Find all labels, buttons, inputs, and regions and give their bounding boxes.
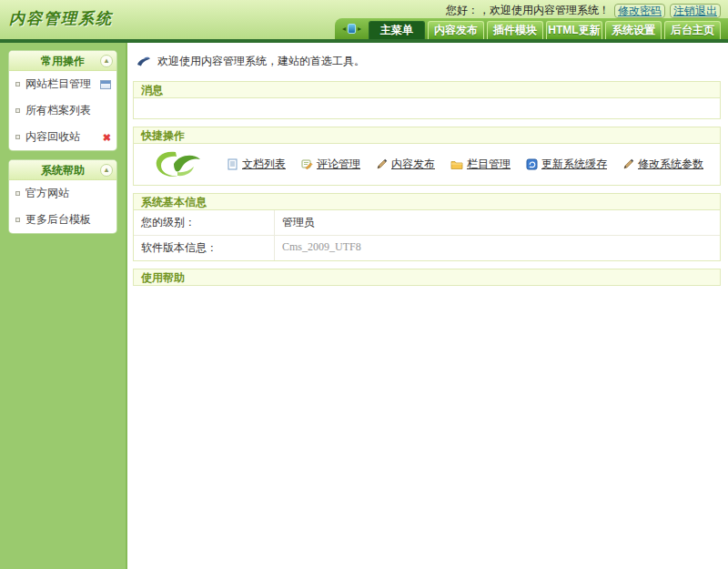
- main-content: 欢迎使用内容管理系统，建站的首选工具。 消息 快捷操作: [127, 43, 728, 569]
- table-row: 您的级别： 管理员: [134, 210, 720, 236]
- tab-plugin-module[interactable]: 插件模块: [487, 21, 543, 39]
- quick-links: 文档列表 评论管理 内容发布 栏目管理: [227, 157, 703, 172]
- panel-title: 常用操作: [41, 55, 85, 67]
- greeting-bar: 您好：，欢迎使用内容管理系统！ 修改密码 注销退出: [446, 3, 721, 18]
- quick-actions-section: 快捷操作 文档列表 评论管理: [133, 127, 721, 186]
- quick-actions-body: 文档列表 评论管理 内容发布 栏目管理: [133, 144, 721, 186]
- message-section: 消息: [133, 81, 721, 119]
- update-cache-icon: [526, 158, 538, 170]
- bullet-icon: [15, 82, 20, 86]
- info-label-version: 软件版本信息：: [134, 236, 275, 260]
- usage-help-header: 使用帮助: [133, 269, 721, 286]
- quick-link-comment-manage[interactable]: 评论管理: [301, 157, 360, 172]
- tab-scroller: ◂ ▸: [342, 24, 361, 34]
- tab-bar: ◂ ▸ 主菜单 内容发布 插件模块 HTML更新 系统设置 后台主页: [335, 18, 728, 39]
- main-tabs: 主菜单 内容发布 插件模块 HTML更新 系统设置 后台主页: [369, 21, 728, 39]
- bullet-icon: [15, 218, 20, 222]
- welcome-text: 欢迎使用内容管理系统，建站的首选工具。: [157, 54, 365, 69]
- bullet-icon: [15, 135, 20, 139]
- quick-link-content-publish[interactable]: 内容发布: [376, 157, 435, 172]
- tab-main-menu[interactable]: 主菜单: [369, 21, 425, 39]
- info-value-level: 管理员: [275, 210, 720, 235]
- database-icon: [348, 24, 356, 34]
- cms-admin-page: 内容管理系统 您好：，欢迎使用内容管理系统！ 修改密码 注销退出 ◂ ▸ 主菜单…: [0, 0, 728, 569]
- tab-scroll-left-icon[interactable]: ◂: [342, 25, 346, 33]
- tab-scroll-right-icon[interactable]: ▸: [358, 25, 361, 33]
- tab-backend-home[interactable]: 后台主页: [664, 21, 721, 39]
- sidebar-item-site-column-manage[interactable]: 网站栏目管理: [9, 71, 116, 97]
- quick-actions-header: 快捷操作: [133, 127, 721, 144]
- info-value-version: Cms_2009_UTF8: [275, 236, 720, 260]
- tab-system-settings[interactable]: 系统设置: [605, 21, 662, 39]
- header: 内容管理系统 您好：，欢迎使用内容管理系统！ 修改密码 注销退出 ◂ ▸ 主菜单…: [0, 0, 728, 39]
- quick-link-document-list[interactable]: 文档列表: [227, 157, 286, 172]
- quick-link-update-cache[interactable]: 更新系统缓存: [526, 157, 607, 172]
- body: 常用操作 ▴ 网站栏目管理 所有档案列表 内容回收站 ✖: [0, 43, 728, 569]
- folder-icon: [450, 159, 463, 170]
- sidebar-item-official-site[interactable]: 官方网站: [9, 180, 116, 207]
- tab-content-publish[interactable]: 内容发布: [428, 21, 484, 39]
- change-password-link[interactable]: 修改密码: [614, 4, 665, 18]
- panel-header-common-ops: 常用操作 ▴: [9, 51, 116, 71]
- quick-link-column-manage[interactable]: 栏目管理: [450, 157, 511, 172]
- bullet-icon: [15, 191, 20, 196]
- sidebar-panel-common-ops: 常用操作 ▴ 网站栏目管理 所有档案列表 内容回收站 ✖: [9, 51, 116, 150]
- info-label-level: 您的级别：: [134, 210, 275, 235]
- comment-manage-icon: [301, 158, 313, 170]
- green-swirl-logo: [152, 148, 205, 181]
- message-section-header: 消息: [133, 81, 721, 98]
- page-title: 内容管理系统: [9, 8, 113, 29]
- system-info-body: 您的级别： 管理员 软件版本信息： Cms_2009_UTF8: [133, 210, 721, 261]
- system-info-header: 系统基本信息: [133, 193, 721, 210]
- message-section-body: [133, 98, 721, 119]
- system-info-section: 系统基本信息 您的级别： 管理员 软件版本信息： Cms_2009_UTF8: [133, 193, 721, 261]
- panel-title: 系统帮助: [41, 164, 85, 177]
- welcome-line: 欢迎使用内容管理系统，建站的首选工具。: [136, 54, 721, 69]
- panel-header-system-help: 系统帮助 ▴: [9, 160, 116, 180]
- tab-html-update[interactable]: HTML更新: [546, 21, 602, 39]
- sidebar-item-all-archives[interactable]: 所有档案列表: [9, 97, 116, 124]
- delete-x-icon: ✖: [103, 133, 111, 142]
- collapse-up-icon[interactable]: ▴: [100, 55, 113, 67]
- bullet-icon: [15, 108, 20, 113]
- modify-params-icon: [622, 158, 634, 170]
- collapse-up-icon[interactable]: ▴: [100, 164, 113, 177]
- usage-help-section: 使用帮助: [133, 269, 721, 286]
- table-row: 软件版本信息： Cms_2009_UTF8: [134, 236, 720, 260]
- sidebar-item-more-templates[interactable]: 更多后台模板: [9, 207, 116, 233]
- window-icon: [100, 80, 111, 89]
- publish-pen-icon: [376, 158, 388, 170]
- document-list-icon: [227, 158, 238, 170]
- sidebar: 常用操作 ▴ 网站栏目管理 所有档案列表 内容回收站 ✖: [0, 43, 127, 569]
- greeting-text: 您好：，欢迎使用内容管理系统！: [446, 3, 610, 18]
- swoosh-icon: [136, 56, 151, 66]
- sidebar-panel-system-help: 系统帮助 ▴ 官方网站 更多后台模板: [9, 160, 116, 233]
- logout-link[interactable]: 注销退出: [670, 4, 721, 18]
- quick-link-modify-params[interactable]: 修改系统参数: [622, 157, 703, 172]
- sidebar-item-recycle-bin[interactable]: 内容回收站 ✖: [9, 124, 116, 150]
